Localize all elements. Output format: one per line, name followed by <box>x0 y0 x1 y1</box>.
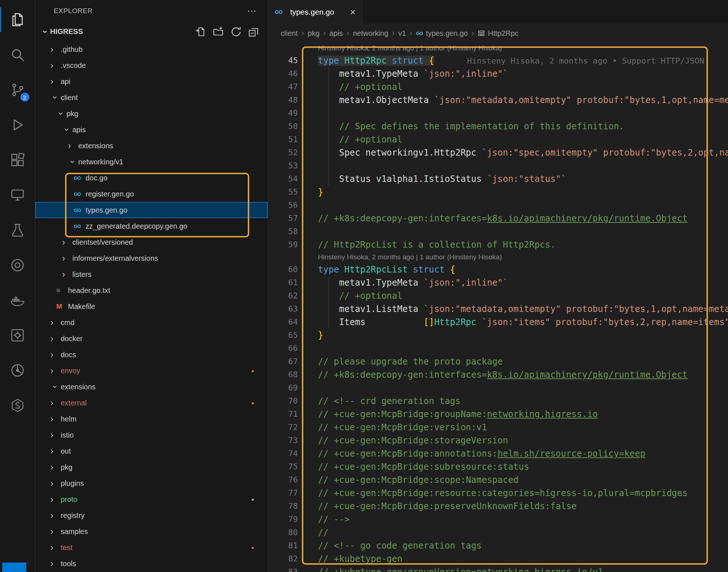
code-line[interactable]: 68// +k8s:deepcopy-gen:interfaces=k8s.io… <box>268 368 728 381</box>
line-number[interactable]: 55 <box>268 186 298 199</box>
line-number[interactable]: 81 <box>268 539 298 552</box>
activity-bar-item-source-control[interactable]: 2 <box>0 72 35 107</box>
code-line[interactable]: 59// Http2RpcList is a collection of Htt… <box>268 238 728 251</box>
tree-item-clientset-versioned[interactable]: ›clientset/versioned <box>35 234 268 250</box>
line-number[interactable]: 65 <box>268 329 298 342</box>
code-line[interactable]: 47 // +optional <box>268 80 728 94</box>
activity-bar-item-gitlens[interactable] <box>0 248 35 283</box>
tree-item-envoy[interactable]: ›envoy● <box>35 363 268 379</box>
explorer-section-header[interactable]: › HIGRESS <box>35 22 268 41</box>
line-number[interactable]: 77 <box>268 487 298 500</box>
tree-item-header-go-txt[interactable]: ≡header.go.txt <box>35 282 268 298</box>
line-number[interactable]: 57 <box>268 212 298 225</box>
activity-bar-item-docker[interactable] <box>0 283 35 318</box>
code-line[interactable]: 49 <box>268 107 728 120</box>
tree-item-api[interactable]: ›api <box>35 73 268 89</box>
tab-types-gen-go[interactable]: GO types.gen.go × <box>268 0 363 24</box>
code-line[interactable]: 46 metav1.TypeMeta `json:",inline"` <box>268 67 728 80</box>
line-number[interactable]: 67 <box>268 355 298 368</box>
comment-link[interactable]: k8s.io/apimachinery/pkg/runtime.Object <box>487 213 687 224</box>
line-number[interactable]: 50 <box>268 120 298 133</box>
code-line[interactable]: 79// --> <box>268 513 728 526</box>
tree-item-register-gen-go[interactable]: GOregister.gen.go <box>35 186 268 202</box>
line-number[interactable]: 78 <box>268 500 298 513</box>
code-line[interactable]: 50 // Spec defines the implementation of… <box>268 120 728 133</box>
code-line[interactable]: 66 <box>268 342 728 355</box>
line-number[interactable]: 53 <box>268 159 298 172</box>
line-number[interactable]: 46 <box>268 67 298 80</box>
breadcrumb-item-client[interactable]: client <box>281 29 298 38</box>
code-line[interactable]: 58 <box>268 225 728 238</box>
code-line[interactable]: 52 Spec networkingv1.Http2Rpc `json:"spe… <box>268 146 728 159</box>
tree-item-registry[interactable]: ›registry <box>35 507 268 523</box>
gitlens-annotation[interactable]: Hinsteny Hisoka, 2 months ago | 1 author… <box>268 42 728 54</box>
code-line[interactable]: 57// +k8s:deepcopy-gen:interfaces=k8s.io… <box>268 212 728 225</box>
comment-link[interactable]: helm.sh/resource-policy=keep <box>497 449 645 459</box>
tree-item-listers[interactable]: ›listers <box>35 266 268 282</box>
code-line[interactable]: 61 metav1.TypeMeta `json:",inline"` <box>268 276 728 289</box>
code-line[interactable]: 83// +kubetype-gen:groupVersion=networki… <box>268 565 728 572</box>
line-number[interactable]: 75 <box>268 460 298 473</box>
close-icon[interactable]: × <box>350 7 356 17</box>
code-line[interactable]: 75// +cue-gen:McpBridge:subresource:stat… <box>268 460 728 473</box>
activity-bar-item-kubernetes[interactable] <box>0 353 35 388</box>
code-line[interactable]: 71// +cue-gen:McpBridge:groupName:networ… <box>268 408 728 421</box>
line-number[interactable]: 71 <box>268 408 298 421</box>
activity-bar-item-explorer[interactable] <box>0 2 35 37</box>
tree-item-informers-externalversions[interactable]: ›informers/externalversions <box>35 250 268 266</box>
code-line[interactable]: 70// <!-- crd generation tags <box>268 394 728 408</box>
line-number[interactable]: 69 <box>268 381 298 394</box>
tree-item-cmd[interactable]: ›cmd <box>35 314 268 331</box>
new-file-icon[interactable] <box>195 26 207 38</box>
tree-item-networking-v1[interactable]: ›networking/v1 <box>35 154 268 170</box>
code-line[interactable]: 51 // +optional <box>268 133 728 146</box>
code-line[interactable]: 48 metav1.ObjectMeta `json:"metadata,omi… <box>268 94 728 107</box>
line-number[interactable]: 70 <box>268 394 298 408</box>
code-line[interactable]: 78// +cue-gen:McpBridge:preserveUnknownF… <box>268 500 728 513</box>
comment-link[interactable]: k8s.io/apimachinery/pkg/runtime.Object <box>487 370 687 380</box>
refresh-icon[interactable] <box>230 26 242 38</box>
line-number[interactable]: 74 <box>268 447 298 460</box>
tree-item-plugins[interactable]: ›plugins <box>35 475 268 491</box>
tree-item--github[interactable]: ›.github <box>35 41 268 57</box>
code-line[interactable]: 54 Status v1alpha1.IstioStatus `json:"st… <box>268 172 728 186</box>
code-line[interactable]: 53 <box>268 159 728 172</box>
line-number[interactable]: 72 <box>268 421 298 434</box>
line-number[interactable]: 58 <box>268 225 298 238</box>
code-line[interactable]: 76// +cue-gen:McpBridge:scope:Namespaced <box>268 473 728 487</box>
tree-item-zz-generated-deepcopy-gen-go[interactable]: GOzz_generated.deepcopy.gen.go <box>35 218 268 234</box>
gitlens-annotation[interactable]: Hinsteny Hisoka, 2 months ago | 1 author… <box>268 251 728 263</box>
tree-item-docs[interactable]: ›docs <box>35 347 268 363</box>
tree-item-doc-go[interactable]: GOdoc.go <box>35 170 268 186</box>
code-line[interactable]: 65} <box>268 329 728 342</box>
line-number[interactable]: 82 <box>268 552 298 565</box>
breadcrumb-item-v1[interactable]: v1 <box>398 29 406 38</box>
tree-item-types-gen-go[interactable]: GOtypes.gen.go <box>35 202 268 218</box>
code-line[interactable]: 81// <!-- go code generation tags <box>268 539 728 552</box>
tree-item-external[interactable]: ›external● <box>35 395 268 411</box>
activity-bar-item-extensions[interactable] <box>0 142 35 178</box>
tree-item-client[interactable]: ›client <box>35 89 268 106</box>
code-line[interactable]: 56 <box>268 199 728 212</box>
code-line[interactable]: 64 Items []Http2Rpc `json:"items" protob… <box>268 316 728 329</box>
activity-bar-item-run-debug[interactable] <box>0 107 35 142</box>
tree-item-samples[interactable]: ›samples <box>35 523 268 539</box>
more-actions-icon[interactable]: ⋯ <box>247 5 257 17</box>
line-number[interactable]: 80 <box>268 526 298 539</box>
line-number[interactable]: 47 <box>268 80 298 94</box>
activity-bar-item-snyk[interactable] <box>0 388 35 423</box>
code-line[interactable]: 74// +cue-gen:McpBridge:annotations:helm… <box>268 447 728 460</box>
line-number[interactable]: 79 <box>268 513 298 526</box>
line-number[interactable]: 64 <box>268 316 298 329</box>
activity-bar-item-remote-explorer[interactable] <box>0 178 35 213</box>
line-number[interactable]: 45 <box>268 54 298 67</box>
line-number[interactable]: 48 <box>268 94 298 107</box>
new-folder-icon[interactable] <box>213 26 224 38</box>
code-line[interactable]: 62 // +optional <box>268 289 728 302</box>
code-line[interactable]: 82// +kubetype-gen <box>268 552 728 565</box>
tree-item-apis[interactable]: ›apis <box>35 122 268 138</box>
line-number[interactable]: 61 <box>268 276 298 289</box>
tree-item--vscode[interactable]: ›.vscode <box>35 57 268 73</box>
line-number[interactable]: 66 <box>268 342 298 355</box>
line-number[interactable]: 52 <box>268 146 298 159</box>
